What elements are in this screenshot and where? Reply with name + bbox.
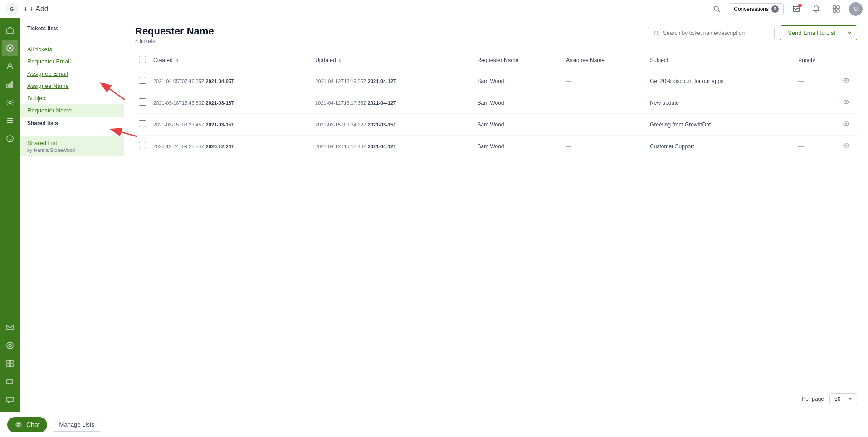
sort-created-icon[interactable]: ⇅: [175, 58, 179, 63]
grid-icon-button[interactable]: [829, 2, 844, 16]
cell-updated-3: 2021-04-12T13:18:43Z 2021-04-12T: [312, 136, 473, 157]
plus-icon: +: [24, 5, 28, 13]
eye-icon-2[interactable]: [843, 120, 850, 127]
cell-assignee-3: —: [562, 136, 646, 157]
shared-list-by: by Hanna Stonewood: [27, 147, 117, 153]
search-input[interactable]: [663, 30, 769, 36]
nav-target[interactable]: [2, 337, 18, 354]
icon-sidebar: [0, 18, 20, 412]
cell-subject-3: Customer Support: [646, 136, 795, 157]
per-page-select[interactable]: 10 25 50 100: [829, 393, 857, 404]
nav-chat-bubble[interactable]: [2, 392, 18, 408]
svg-point-28: [654, 31, 658, 34]
svg-rect-24: [7, 360, 10, 363]
svg-text:G: G: [10, 6, 14, 12]
svg-rect-18: [7, 122, 13, 123]
pagination-bar: Per page 10 25 50 100: [124, 386, 868, 412]
sidebar-item-requester-email[interactable]: Requester Email: [20, 55, 124, 68]
topbar: G + + Add Conversations 0: [0, 0, 868, 18]
shared-lists-title: Shared lists: [20, 117, 124, 128]
eye-icon-3[interactable]: [843, 142, 850, 149]
sidebar-item-assignee-email[interactable]: Assignee Email: [20, 68, 124, 80]
eye-icon-1[interactable]: [843, 98, 850, 106]
cell-priority-3: —: [795, 136, 839, 157]
search-box[interactable]: [648, 27, 775, 39]
eye-icon-0[interactable]: [843, 77, 850, 84]
cell-assignee-0: —: [562, 70, 646, 92]
bell-icon-button[interactable]: [809, 2, 824, 16]
send-email-main[interactable]: Send Email to List: [780, 26, 843, 40]
sidebar-divider-1: [20, 39, 124, 39]
sidebar-item-subject[interactable]: Subject: [20, 92, 124, 104]
search-button[interactable]: [711, 3, 723, 15]
nav-home[interactable]: [2, 22, 18, 38]
cell-eye-1[interactable]: [839, 92, 857, 114]
shared-list-item[interactable]: Shared List by Hanna Stonewood: [20, 136, 124, 156]
svg-line-29: [657, 34, 659, 35]
svg-point-40: [15, 422, 22, 428]
nav-analytics[interactable]: [2, 76, 18, 92]
table-row: 2020-12-24T09:25:54Z 2020-12-24T 2021-04…: [135, 136, 857, 157]
cell-priority-0: —: [795, 70, 839, 92]
svg-point-2: [714, 6, 718, 10]
cell-requester-0: Sam Wood: [473, 70, 562, 92]
col-priority: Priority: [795, 50, 839, 70]
cell-eye-3[interactable]: [839, 136, 857, 157]
conversations-button[interactable]: Conversations 0: [729, 3, 784, 15]
nav-contacts[interactable]: [2, 58, 18, 74]
cell-requester-2: Sam Wood: [473, 114, 562, 136]
cell-updated-2: 2021-03-15T09:34:22Z 2021-03-15T: [312, 114, 473, 136]
svg-point-15: [9, 101, 11, 104]
svg-rect-6: [837, 6, 839, 9]
add-button[interactable]: + + Add: [24, 5, 49, 13]
svg-line-3: [718, 10, 720, 12]
nav-inbox[interactable]: [2, 374, 18, 390]
col-requester-name: Requester Name: [473, 50, 562, 70]
caret-down-icon: [848, 30, 852, 35]
cell-priority-1: —: [795, 92, 839, 114]
sidebar-item-assignee-name[interactable]: Assignee Name: [20, 80, 124, 92]
svg-rect-7: [833, 10, 836, 12]
cell-assignee-1: —: [562, 92, 646, 114]
manage-lists-button[interactable]: Manage Lists: [53, 418, 101, 432]
col-subject: Subject: [646, 50, 795, 70]
row-checkbox-2[interactable]: [139, 120, 146, 127]
cell-subject-2: Greeting from GrowthDot: [646, 114, 795, 136]
nav-proactive[interactable]: [2, 40, 18, 56]
user-avatar[interactable]: U: [849, 2, 863, 16]
select-all-checkbox[interactable]: [139, 56, 146, 63]
cell-requester-1: Sam Wood: [473, 92, 562, 114]
cell-eye-0[interactable]: [839, 70, 857, 92]
row-checkbox-3[interactable]: [139, 142, 146, 149]
row-checkbox-1[interactable]: [139, 98, 146, 106]
row-checkbox-0[interactable]: [139, 77, 146, 84]
search-icon: [653, 30, 659, 36]
cell-eye-2[interactable]: [839, 114, 857, 136]
nav-email[interactable]: [2, 319, 18, 335]
send-email-to-list-button[interactable]: Send Email to List: [780, 25, 857, 40]
nav-apps[interactable]: [2, 355, 18, 372]
chat-button[interactable]: Chat: [7, 417, 47, 432]
nav-ticket-lists[interactable]: [2, 112, 18, 129]
col-created: Created ⇅: [150, 50, 312, 70]
sidebar-item-all-tickets[interactable]: All tickets: [20, 43, 124, 55]
nav-settings[interactable]: [2, 94, 18, 111]
svg-rect-25: [10, 360, 13, 363]
svg-rect-8: [837, 10, 839, 12]
topbar-right: Conversations 0 U: [711, 2, 863, 16]
svg-rect-13: [9, 83, 10, 87]
inbox-icon-button[interactable]: [789, 2, 804, 16]
svg-rect-14: [11, 82, 13, 87]
cell-requester-3: Sam Wood: [473, 136, 562, 157]
nav-clock[interactable]: [2, 131, 18, 147]
content-area: Requester Name 4 tickets Send Email to L…: [124, 18, 868, 412]
sidebar-item-requester-name[interactable]: Requester Name: [20, 104, 124, 117]
svg-point-37: [845, 145, 847, 146]
sidebar-divider-2: [20, 132, 124, 132]
cell-created-2: 2021-03-15T09:27:45Z 2021-03-15T: [150, 114, 312, 136]
table-row: 2021-03-18T15:43:53Z 2021-03-18T 2021-04…: [135, 92, 857, 114]
sort-updated-icon[interactable]: ⇅: [338, 58, 342, 63]
send-email-caret[interactable]: [843, 26, 857, 40]
app-logo[interactable]: G: [5, 3, 18, 15]
table-row: 2021-03-15T09:27:45Z 2021-03-15T 2021-03…: [135, 114, 857, 136]
